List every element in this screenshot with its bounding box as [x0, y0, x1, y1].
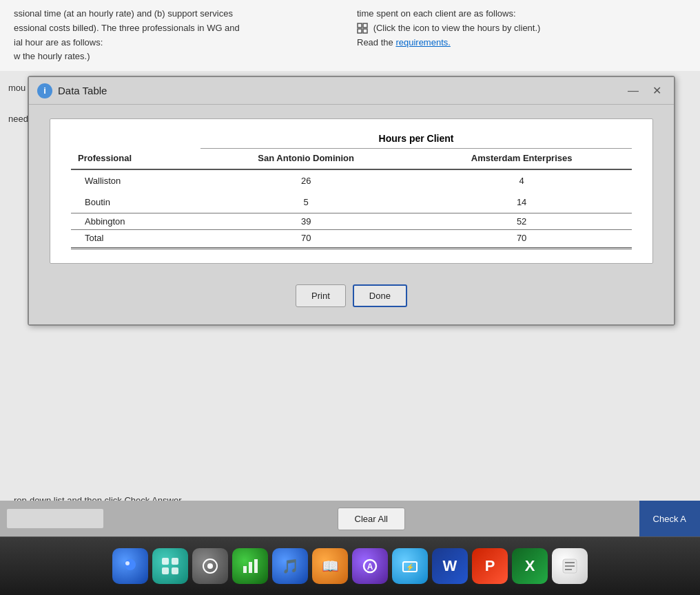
table-main-header: Hours per Client: [200, 133, 632, 149]
table-row: Boutin514: [71, 191, 632, 213]
row-san-antonio: 5: [200, 191, 411, 213]
row-amsterdam: 14: [411, 191, 632, 213]
bottom-bar-right: Check A: [639, 501, 700, 536]
bg-text-left: ssional time (at an hourly rate) and (b)…: [14, 7, 343, 64]
row-professional: Abbington: [71, 213, 200, 230]
bg-text-right: time spent on each client are as follows…: [357, 7, 686, 64]
col-header-professional: Professional: [71, 149, 200, 170]
bg-text-line1: ssional time (at an hourly rate) and (b)…: [14, 7, 343, 21]
dock-item-charts[interactable]: [232, 548, 268, 584]
total-amsterdam: 70: [411, 230, 632, 249]
dock-item-app5[interactable]: 🎵: [272, 548, 308, 584]
modal-controls: — ✕: [624, 83, 666, 98]
svg-rect-20: [565, 562, 575, 563]
bg-right-line1: time spent on each client are as follows…: [357, 7, 686, 21]
row-amsterdam: 4: [411, 169, 632, 191]
row-san-antonio: 39: [200, 213, 411, 230]
dock-item-word[interactable]: W: [432, 548, 468, 584]
modal-title: Data Table: [58, 85, 618, 96]
bg-text-line3: ial hour are as follows:: [14, 36, 343, 50]
dock: 🎵 📖 A ⚡ W P X: [0, 536, 700, 595]
side-label-amount: mou need: [8, 83, 28, 124]
svg-rect-22: [565, 569, 572, 570]
svg-rect-13: [249, 562, 252, 573]
modal-close-button[interactable]: ✕: [648, 83, 666, 98]
done-button[interactable]: Done: [353, 284, 407, 307]
table-row: Walliston264: [71, 169, 632, 191]
table-body: Walliston264Boutin514Abbington3952: [71, 169, 632, 230]
svg-rect-6: [162, 558, 169, 565]
modal-minimize-button[interactable]: —: [624, 83, 643, 98]
svg-rect-1: [363, 23, 367, 28]
bottom-bar: Clear All Check A: [0, 501, 700, 536]
modal-body: Hours per Client Professional San Antoni…: [29, 105, 674, 324]
data-table: Hours per Client Professional San Antoni…: [71, 133, 632, 249]
svg-rect-14: [254, 559, 258, 573]
svg-rect-2: [358, 29, 362, 33]
dock-item6-icon: 📖: [322, 558, 339, 574]
bottom-bar-center: Clear All: [103, 508, 639, 530]
svg-rect-8: [162, 567, 169, 574]
col-header-san-antonio: San Antonio Dominion: [200, 149, 411, 170]
col-header-amsterdam: Amsterdam Enterprises: [411, 149, 632, 170]
total-label: Total: [71, 230, 200, 249]
total-san-antonio: 70: [200, 230, 411, 249]
dock-item-app6[interactable]: 📖: [312, 548, 348, 584]
dock-item-powerpoint[interactable]: P: [472, 548, 508, 584]
modal-titlebar: i Data Table — ✕: [29, 77, 674, 105]
dock-item-finder[interactable]: [112, 548, 148, 584]
grid-icon: [357, 23, 368, 34]
svg-rect-3: [363, 29, 367, 33]
svg-point-5: [125, 561, 130, 565]
app7-icon: A: [360, 556, 380, 576]
bg-text-line4: w the hourly rates.): [14, 50, 343, 64]
finder-icon: [119, 555, 141, 577]
print-button[interactable]: Print: [296, 284, 346, 307]
row-professional: Walliston: [71, 169, 200, 191]
dock-item-excel[interactable]: X: [512, 548, 548, 584]
row-san-antonio: 26: [200, 169, 411, 191]
row-professional: Boutin: [71, 191, 200, 213]
table-col-header-row: Professional San Antonio Dominion Amster…: [71, 149, 632, 170]
launchpad-icon: [159, 555, 181, 577]
table-container: Hours per Client Professional San Antoni…: [50, 118, 653, 264]
bg-right-read: Read the: [357, 37, 393, 48]
dock-item-app7[interactable]: A: [352, 548, 388, 584]
data-table-modal: i Data Table — ✕ Hours per Client Profes…: [28, 76, 675, 326]
dock-item-finder2[interactable]: [552, 548, 588, 584]
table-main-header-row: Hours per Client: [71, 133, 632, 149]
excel-icon: X: [525, 557, 535, 575]
background-top: ssional time (at an hourly rate) and (b)…: [0, 0, 700, 71]
dock-item5-icon: 🎵: [282, 558, 299, 574]
charts-icon: [240, 556, 260, 576]
bg-right-line2: (Click the icon to view the hours by cli…: [357, 21, 686, 36]
svg-rect-21: [565, 565, 575, 567]
svg-text:⚡: ⚡: [406, 563, 415, 572]
dock-item-launchpad[interactable]: [152, 548, 188, 584]
bg-right-grid-text: (Click the icon to view the hours by cli…: [373, 23, 541, 33]
app8-icon: ⚡: [400, 556, 420, 576]
row-amsterdam: 52: [411, 213, 632, 230]
svg-text:A: A: [367, 562, 373, 572]
clear-all-button[interactable]: Clear All: [338, 508, 405, 530]
svg-rect-9: [172, 567, 178, 574]
requirements-link[interactable]: requirements.: [395, 37, 450, 48]
finder2-icon: [560, 556, 579, 576]
powerpoint-icon: P: [485, 557, 495, 575]
modal-info-icon: i: [37, 83, 52, 98]
word-icon: W: [443, 557, 457, 575]
table-row: Abbington3952: [71, 213, 632, 230]
system-icon: [200, 556, 220, 576]
dock-item-app8[interactable]: ⚡: [392, 548, 428, 584]
table-total-row: Total 70 70: [71, 230, 632, 249]
check-answer-button[interactable]: Check A: [639, 501, 700, 536]
dock-item-system[interactable]: [192, 548, 228, 584]
svg-rect-7: [172, 558, 178, 565]
bottom-bar-input[interactable]: [7, 509, 103, 528]
svg-point-11: [207, 563, 213, 569]
svg-rect-0: [358, 23, 362, 28]
table-header-empty: [71, 133, 200, 149]
svg-rect-12: [243, 566, 247, 573]
bg-text-line2: essional costs billed). The three profes…: [14, 21, 343, 36]
modal-buttons: Print Done: [50, 278, 653, 311]
